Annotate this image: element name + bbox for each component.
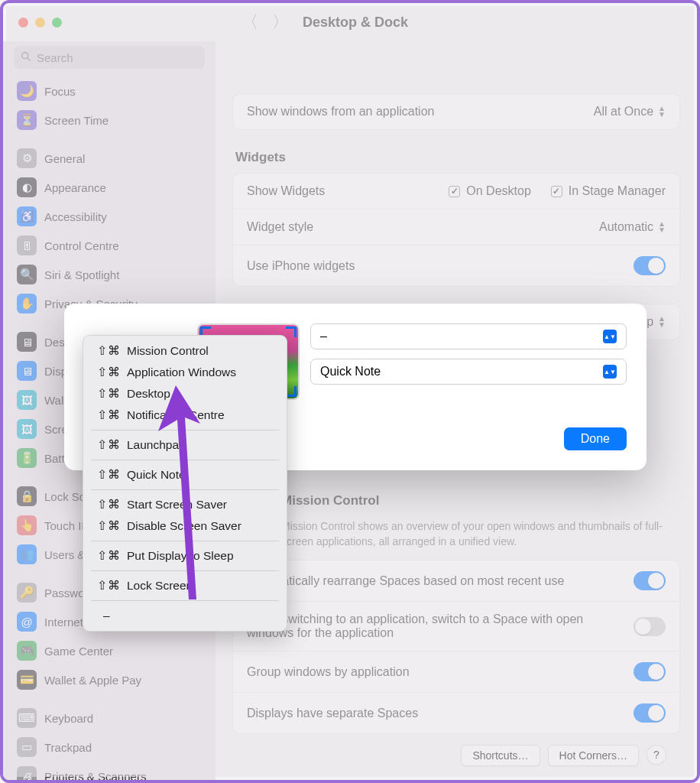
mission-control-header: Mission Control <box>278 493 680 508</box>
corner-action-select-top[interactable]: – ▲▼ <box>310 323 627 349</box>
sidebar-item-accessibility[interactable]: ♿Accessibility <box>11 202 208 231</box>
sidebar-item-keyboard[interactable]: ⌨Keyboard <box>11 703 208 733</box>
group-windows-toggle[interactable] <box>634 662 666 681</box>
sidebar-icon: ▭ <box>17 737 37 757</box>
menu-item-label: Put Display to Sleep <box>127 549 234 563</box>
menu-shortcut: ⇧⌘ <box>97 387 121 401</box>
auto-rearrange-label: Automatically rearrange Spaces based on … <box>247 574 564 588</box>
auto-rearrange-toggle[interactable] <box>634 571 666 590</box>
chevron-updown-icon: ▲▼ <box>658 316 666 328</box>
iphone-widgets-label: Use iPhone widgets <box>247 259 355 273</box>
sidebar-item-label: Wallet & Apple Pay <box>44 674 141 687</box>
sidebar-item-label: Focus <box>44 85 76 98</box>
menu-item-desktop[interactable]: ⇧⌘Desktop <box>83 383 287 404</box>
show-widgets-label: Show Widgets <box>247 184 325 198</box>
menu-item-label: Notification Centre <box>127 408 225 422</box>
in-stage-checkbox[interactable] <box>551 186 562 197</box>
nav-forward-button[interactable]: 〉 <box>272 11 289 34</box>
menu-separator <box>91 489 279 490</box>
widgets-header: Widgets <box>232 150 680 165</box>
group-windows-label: Group windows by application <box>247 665 410 679</box>
menu-item--[interactable]: – <box>83 605 287 626</box>
menu-item-application-windows[interactable]: ⇧⌘Application Windows <box>83 362 287 383</box>
separate-spaces-label: Displays have separate Spaces <box>247 707 418 720</box>
menu-item-label: – <box>103 609 110 622</box>
sidebar-item-general[interactable]: ⚙General <box>11 144 208 173</box>
sidebar-item-label: Accessibility <box>44 210 107 223</box>
sidebar-icon: 👥 <box>17 544 37 564</box>
menu-shortcut: ⇧⌘ <box>97 519 121 533</box>
search-input[interactable] <box>14 46 205 69</box>
hot-corner-context-menu: ⇧⌘Mission Control⇧⌘Application Windows⇧⌘… <box>83 335 287 632</box>
sidebar-icon: 🔋 <box>17 448 37 468</box>
menu-item-start-screen-saver[interactable]: ⇧⌘Start Screen Saver <box>83 494 287 515</box>
sidebar-item-label: Printers & Scanners <box>44 770 146 781</box>
menu-shortcut: ⇧⌘ <box>97 498 121 512</box>
sidebar-item-wallet-apple-pay[interactable]: 💳Wallet & Apple Pay <box>11 665 208 694</box>
minimize-window-button[interactable] <box>35 18 45 28</box>
shortcuts-button[interactable]: Shortcuts… <box>461 745 540 766</box>
in-stage-label: In Stage Manager <box>569 184 666 198</box>
switch-space-toggle[interactable] <box>634 617 666 636</box>
page-title: Desktop & Dock <box>303 15 408 31</box>
sidebar-icon: 🔍 <box>17 265 37 284</box>
sidebar-item-focus[interactable]: 🌙Focus <box>11 76 208 106</box>
sidebar-icon: 🌙 <box>17 81 37 101</box>
sidebar-item-control-centre[interactable]: 🎚Control Centre <box>11 231 208 260</box>
chevron-updown-icon: ▲▼ <box>658 106 666 118</box>
widget-style-popup[interactable]: Automatic ▲▼ <box>599 220 666 234</box>
nav-back-button[interactable]: 〈 <box>241 11 258 34</box>
menu-item-lock-screen[interactable]: ⇧⌘Lock Screen <box>83 575 287 596</box>
sidebar-item-appearance[interactable]: ◐Appearance <box>11 173 208 202</box>
menu-item-disable-screen-saver[interactable]: ⇧⌘Disable Screen Saver <box>83 515 287 537</box>
sidebar-icon: 🖥 <box>17 332 37 352</box>
menu-item-quick-note[interactable]: ⇧⌘Quick Note <box>83 464 287 486</box>
help-button[interactable]: ? <box>647 745 666 765</box>
menu-shortcut: ⇧⌘ <box>97 438 121 452</box>
sidebar-item-siri-spotlight[interactable]: 🔍Siri & Spotlight <box>11 260 208 289</box>
sidebar-icon: 🖼 <box>17 419 37 439</box>
on-desktop-checkbox[interactable] <box>449 186 460 197</box>
menu-item-put-display-to-sleep[interactable]: ⇧⌘Put Display to Sleep <box>83 545 287 567</box>
menu-item-label: Mission Control <box>127 344 209 358</box>
sidebar-item-printers-scanners[interactable]: 🖨Printers & Scanners <box>11 762 208 780</box>
menu-separator <box>91 430 279 430</box>
menu-separator <box>91 541 279 541</box>
menu-shortcut: ⇧⌘ <box>97 549 121 563</box>
chevron-updown-icon: ▲▼ <box>658 221 666 233</box>
menu-item-label: Quick Note <box>127 468 186 482</box>
done-button[interactable]: Done <box>564 427 627 450</box>
sidebar-item-label: Trackpad <box>44 741 92 754</box>
sidebar-icon: 🎮 <box>17 641 37 661</box>
show-windows-popup[interactable]: All at Once ▲▼ <box>594 105 666 119</box>
sidebar-item-label: Control Centre <box>44 239 119 252</box>
menu-item-label: Launchpad <box>127 438 186 452</box>
menu-shortcut: ⇧⌘ <box>97 468 121 482</box>
sidebar-item-label: Screen Time <box>44 114 109 127</box>
sidebar-item-label: Game Center <box>44 645 113 658</box>
sidebar-item-label: Siri & Spotlight <box>44 268 119 281</box>
svg-point-0 <box>22 53 28 59</box>
menu-item-mission-control[interactable]: ⇧⌘Mission Control <box>83 340 287 362</box>
corner-action-select-bottom[interactable]: Quick Note ▲▼ <box>310 359 627 385</box>
sidebar-item-trackpad[interactable]: ▭Trackpad <box>11 733 208 762</box>
sidebar-icon: 👆 <box>17 515 37 535</box>
menu-item-label: Disable Screen Saver <box>127 519 241 533</box>
menu-item-notification-centre[interactable]: ⇧⌘Notification Centre <box>83 404 287 426</box>
chevron-updown-icon: ▲▼ <box>603 330 617 343</box>
hot-corners-button[interactable]: Hot Corners… <box>548 745 639 766</box>
sidebar-icon: 🖼 <box>17 390 37 410</box>
sidebar-icon: ♿ <box>17 206 37 226</box>
sidebar-icon: ⌨ <box>17 708 37 728</box>
sidebar-icon: 🎚 <box>17 236 37 255</box>
close-window-button[interactable] <box>18 18 28 28</box>
sidebar-item-screen-time[interactable]: ⏳Screen Time <box>11 106 208 135</box>
sidebar-item-label: Keyboard <box>44 712 93 725</box>
sidebar-icon: ✋ <box>17 294 37 314</box>
sidebar-item-game-center[interactable]: 🎮Game Center <box>11 636 208 665</box>
iphone-widgets-toggle[interactable] <box>634 256 666 275</box>
zoom-window-button[interactable] <box>52 18 62 28</box>
separate-spaces-toggle[interactable] <box>634 703 666 723</box>
menu-item-launchpad[interactable]: ⇧⌘Launchpad <box>83 434 287 456</box>
sidebar-item-label: Appearance <box>44 181 106 194</box>
